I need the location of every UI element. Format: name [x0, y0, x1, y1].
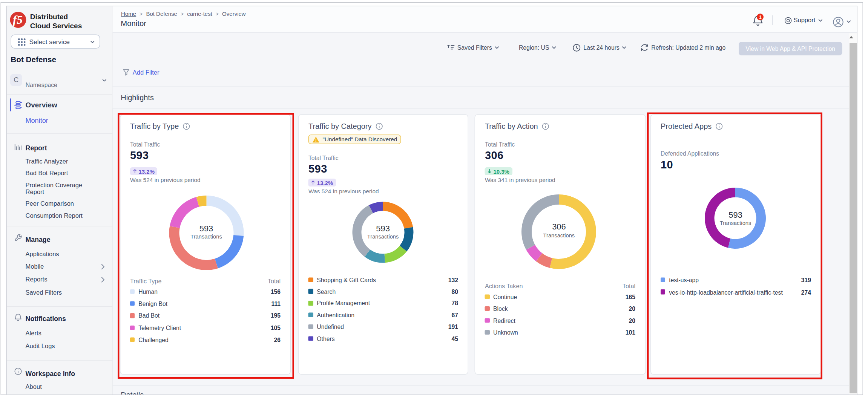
- svg-text:f5: f5: [12, 13, 22, 26]
